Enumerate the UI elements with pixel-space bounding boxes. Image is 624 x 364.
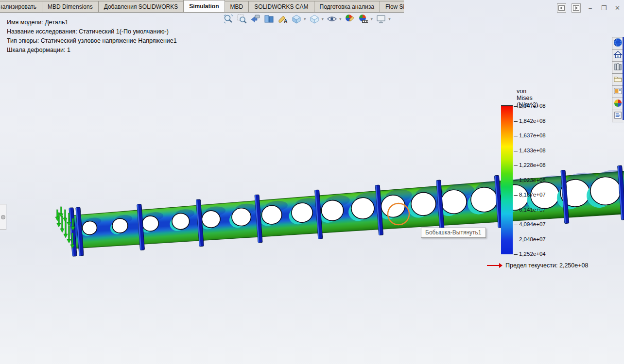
tick-mark <box>514 240 518 240</box>
apply-scene-icon <box>358 13 369 25</box>
tick-value: 6,141e+07 <box>519 207 546 213</box>
yield-strength-label: Предел текучести: 2,250e+08 <box>505 262 588 269</box>
zoom-to-area-button[interactable] <box>235 12 249 26</box>
restore-button[interactable]: ❐ <box>600 4 608 12</box>
custom-properties-icon <box>613 111 623 122</box>
view-orientation-button[interactable] <box>290 12 303 26</box>
tick-mark <box>514 181 518 181</box>
close-button[interactable]: ✕ <box>613 4 622 12</box>
legend-color-bar <box>501 106 513 254</box>
tick-value: 1,228e+08 <box>519 162 546 168</box>
previous-view-button[interactable] <box>249 12 262 26</box>
window-controls: –❐✕ <box>557 3 622 13</box>
tab-mbd[interactable]: MBD <box>225 1 249 12</box>
tick-mark <box>514 106 518 107</box>
yield-arrow-icon <box>486 263 503 268</box>
section-view-icon <box>263 13 275 25</box>
heads-up-view-toolbar: A▾▾▾▾▾ <box>222 12 392 26</box>
file-explorer-tab[interactable] <box>612 74 624 86</box>
collapse-pane-right-button[interactable] <box>572 3 581 13</box>
tick-value: 1,023e+08 <box>519 177 546 183</box>
tick-value: 1,433e+08 <box>519 148 546 153</box>
model-info-line: Шкала деформации: 1 <box>7 46 177 55</box>
tick-value: 4,094e+07 <box>519 221 546 227</box>
tick-value: 2,048e+07 <box>519 236 546 242</box>
home-icon <box>613 50 623 61</box>
custom-properties-tab[interactable] <box>612 110 624 122</box>
minimize-button[interactable]: – <box>586 4 594 12</box>
model-info-text: Имя модели: Деталь1Название исследования… <box>7 18 177 55</box>
dropdown-arrow-icon[interactable]: ▾ <box>322 17 324 21</box>
dropdown-arrow-icon[interactable]: ▾ <box>304 17 306 21</box>
hover-highlight-circle <box>386 201 411 227</box>
dropdown-arrow-icon[interactable]: ▾ <box>339 17 342 21</box>
tick-value: 8,187e+07 <box>519 192 546 198</box>
home-tab[interactable] <box>612 50 624 62</box>
tick-value: 1,842e+08 <box>519 118 546 124</box>
appearances-scenes-tab[interactable] <box>612 98 624 110</box>
svg-text:A: A <box>284 18 287 24</box>
previous-view-icon <box>250 13 261 25</box>
tick-value: 1,252e+04 <box>519 251 546 257</box>
flyout-knob-icon <box>1 215 5 219</box>
zoom-to-area-icon <box>236 13 248 25</box>
tick-value: 2,047e+08 <box>519 103 546 109</box>
dropdown-arrow-icon[interactable]: ▾ <box>388 17 391 21</box>
design-library-icon <box>613 62 623 73</box>
view-palette-icon <box>613 86 623 98</box>
tick-mark <box>514 151 518 151</box>
tick-mark <box>514 195 518 196</box>
tick-mark <box>514 225 518 225</box>
display-style-button[interactable] <box>308 12 321 26</box>
appearances-scenes-icon <box>613 99 623 110</box>
collapse-pane-left-button[interactable] <box>557 3 566 13</box>
model-info-line: Название исследования: Статический 1(-По… <box>7 27 177 36</box>
model-info-line: Тип эпюры: Статический узловое напряжени… <box>7 36 177 46</box>
zoom-to-fit-button[interactable] <box>222 12 235 26</box>
task-pane-tabs <box>612 37 624 122</box>
tab-добавления-solidworks[interactable]: Добавления SOLIDWORKS <box>98 1 184 12</box>
tick-mark <box>514 165 518 166</box>
design-library-tab[interactable] <box>612 62 624 74</box>
feature-tree-flyout-handle[interactable] <box>0 204 6 230</box>
edit-appearance-button[interactable] <box>343 12 357 26</box>
model-info-line: Имя модели: Деталь1 <box>7 18 177 27</box>
tick-value: 1,637e+08 <box>519 132 546 138</box>
zoom-to-fit-icon <box>223 13 234 25</box>
view-palette-tab[interactable] <box>612 86 624 98</box>
view-settings-button[interactable] <box>374 12 388 26</box>
annotation-views-button[interactable]: A <box>276 12 290 26</box>
view-orientation-icon <box>291 13 302 25</box>
tick-mark <box>514 254 518 255</box>
solidworks-window: нализироватьMBD DimensionsДобавления SOL… <box>0 0 624 364</box>
tick-mark <box>514 210 518 211</box>
hide-show-items-button[interactable] <box>325 12 339 26</box>
solidworks-resources-icon <box>613 38 623 49</box>
section-view-button[interactable] <box>262 12 276 26</box>
feature-tooltip: Бобышка-Вытянуть1 <box>421 228 486 238</box>
tab-solidworks-cam[interactable]: SOLIDWORKS CAM <box>248 1 314 12</box>
dropdown-arrow-icon[interactable]: ▾ <box>371 17 373 21</box>
tab-mbd-dimensions[interactable]: MBD Dimensions <box>42 1 99 12</box>
tick-mark <box>514 136 518 136</box>
display-style-icon <box>309 13 320 25</box>
yield-strength-row: Предел текучести: 2,250e+08 <box>486 262 588 269</box>
apply-scene-button[interactable] <box>357 12 370 26</box>
edit-appearance-icon <box>344 13 356 25</box>
tab-нализировать[interactable]: нализировать <box>0 1 42 12</box>
view-settings-icon <box>375 13 387 25</box>
file-explorer-icon <box>613 74 623 85</box>
tick-mark <box>514 121 518 122</box>
solidworks-resources-tab[interactable] <box>612 37 624 50</box>
tab-simulation[interactable]: Simulation <box>183 0 225 12</box>
annotation-views-icon: A <box>277 13 289 25</box>
tab-подготовка-анализа[interactable]: Подготовка анализа <box>314 1 380 12</box>
tab-flow-simulation[interactable]: Flow Simulation <box>380 1 404 12</box>
hide-show-items-icon <box>326 13 338 25</box>
command-manager-tabs: нализироватьMBD DimensionsДобавления SOL… <box>0 0 404 13</box>
